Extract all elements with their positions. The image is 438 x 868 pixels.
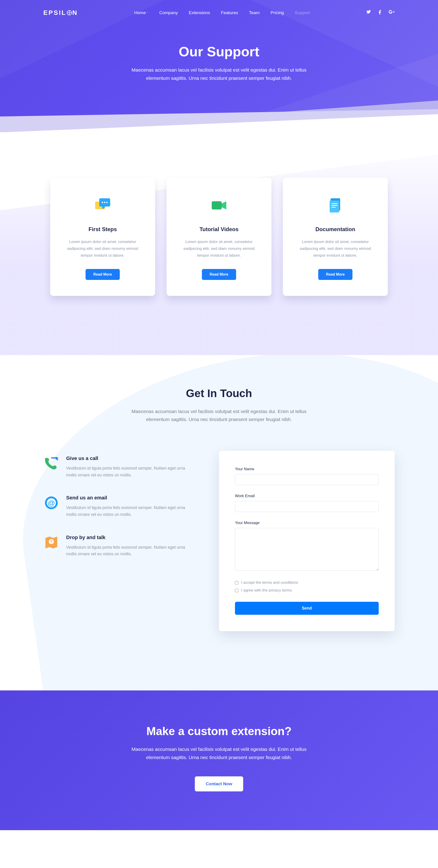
svg-marker-13 [222,201,226,210]
chat-icon [95,197,111,213]
card-first-steps: First Steps Lorem ipsum dolor sit amet, … [50,178,155,296]
label-email: Work Email [235,494,379,498]
at-icon: @ [43,495,59,511]
video-icon [211,197,227,213]
card-cta-button[interactable]: Read More [202,269,236,280]
send-button[interactable]: Send [235,602,379,615]
cta-subtitle: Maecenas accumsan lacus vel facilisis vo… [124,745,314,761]
info-title: Drop by and talk [66,534,187,540]
social-links [367,10,395,16]
svg-rect-15 [330,200,339,212]
cta-button[interactable]: Contact Now [195,776,243,792]
contact-title: Get In Touch [0,387,438,400]
map-icon: ? [43,534,59,551]
svg-text:?: ? [50,539,53,544]
nav-home[interactable]: Home˅ [134,10,148,15]
svg-rect-17 [331,205,338,206]
cta-title: Make a custom extension? [0,724,438,738]
card-documentation: Documentation Lorem ipsum dolor sit amet… [283,178,388,296]
nav-extensions[interactable]: Extensions [189,10,210,15]
checkbox-terms-label: I accept the terms and conditions [241,580,298,585]
card-cta-button[interactable]: Read More [318,269,352,280]
card-tutorial-videos: Tutorial Videos Lorem ipsum dolor sit am… [167,178,271,296]
svg-rect-16 [331,203,338,204]
svg-rect-18 [331,207,335,208]
checkbox-privacy[interactable] [235,589,238,592]
contact-section: Get In Touch Maecenas accumsan lacus vel… [0,355,438,690]
contact-form: Your Name Work Email Your Message I acce… [219,451,395,631]
document-icon [327,197,343,213]
help-cards-section: First Steps Lorem ipsum dolor sit amet, … [0,132,438,355]
card-title: Tutorial Videos [178,226,260,232]
info-title: Send us an email [66,495,187,501]
card-desc: Lorem ipsum dolor sit amet, consetetur s… [178,239,260,259]
info-desc: Vestibulum id ligula porta felis euismod… [66,465,187,478]
label-name: Your Name [235,467,379,471]
svg-point-11 [106,202,108,203]
info-title: Give us a call [66,456,187,461]
label-message: Your Message [235,521,379,525]
nav-support[interactable]: Support [295,10,310,15]
card-title: Documentation [294,226,376,232]
svg-point-9 [102,202,103,203]
main-nav: EPSILN Home˅ Company Extensions Features… [43,0,395,17]
input-message[interactable] [235,528,379,571]
page-tail [0,830,438,868]
svg-text:@: @ [48,499,55,507]
info-desc: Vestibulum id ligula porta felis euismod… [66,544,187,558]
info-visit: ? Drop by and talk Vestibulum id ligula … [43,534,210,558]
checkbox-privacy-label: I agree with the privacy terms [241,588,292,593]
hero-section: EPSILN Home˅ Company Extensions Features… [0,0,438,132]
card-desc: Lorem ipsum dolor sit amet, consetetur s… [62,239,144,259]
globe-icon [67,10,72,15]
info-call: Give us a call Vestibulum id ligula port… [43,456,210,478]
card-cta-button[interactable]: Read More [86,269,120,280]
logo[interactable]: EPSILN [43,9,78,17]
svg-rect-12 [212,201,222,210]
contact-info-col: Give us a call Vestibulum id ligula port… [43,451,210,631]
cta-section: Make a custom extension? Maecenas accums… [0,690,438,830]
input-name[interactable] [235,474,379,485]
contact-subtitle: Maecenas accumsan lacus vel facilisis vo… [124,407,314,424]
phone-icon [43,456,59,471]
info-email: @ Send us an email Vestibulum id ligula … [43,495,210,518]
card-desc: Lorem ipsum dolor sit amet, consetetur s… [294,239,376,259]
google-plus-icon[interactable] [389,10,395,16]
svg-point-10 [104,202,106,203]
nav-menu: Home˅ Company Extensions Features Team P… [134,10,310,15]
hero-title: Our Support [0,44,438,60]
checkbox-terms[interactable] [235,581,238,584]
nav-pricing[interactable]: Pricing [270,10,284,15]
info-desc: Vestibulum id ligula porta felis euismod… [66,504,187,518]
nav-features[interactable]: Features [221,10,238,15]
chevron-down-icon: ˅ [147,11,148,15]
twitter-icon[interactable] [367,10,371,16]
input-email[interactable] [235,501,379,512]
nav-team[interactable]: Team [249,10,260,15]
nav-company[interactable]: Company [159,10,178,15]
hero-subtitle: Maecenas accumsan lacus vel facilisis vo… [124,66,314,82]
card-title: First Steps [62,226,144,232]
facebook-icon[interactable] [379,10,381,16]
hero-angle-divider [0,100,438,132]
